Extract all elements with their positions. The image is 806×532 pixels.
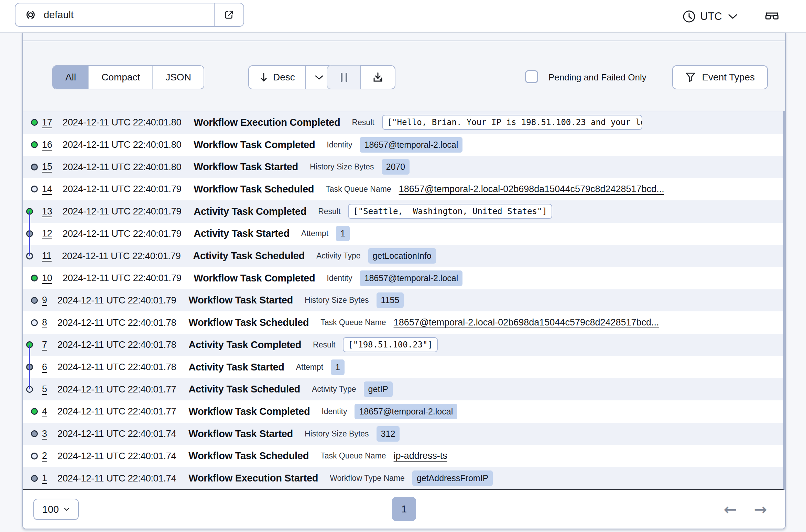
event-id-link[interactable]: 5 xyxy=(42,384,47,395)
event-id-link[interactable]: 9 xyxy=(42,295,47,306)
event-row[interactable]: 122024-12-11 UTC 22:40:01.79Activity Tas… xyxy=(23,223,783,245)
page-size-value: 100 xyxy=(42,504,59,515)
event-status-dot-green xyxy=(31,141,38,148)
playback-controls xyxy=(327,65,395,89)
event-detail-label: Result xyxy=(313,340,335,350)
page-1-button[interactable]: 1 xyxy=(392,497,416,521)
event-detail-label: Task Queue Name xyxy=(320,451,386,461)
event-id-link[interactable]: 15 xyxy=(42,162,52,172)
event-row[interactable]: 42024-12-11 UTC 22:40:01.77Workflow Task… xyxy=(23,400,783,423)
event-id-link[interactable]: 1 xyxy=(42,473,47,484)
event-detail-value-badge: 1155 xyxy=(377,292,404,308)
event-detail-value-code: ["Seattle, Washington, United States"] xyxy=(348,204,552,219)
event-row[interactable]: 152024-12-11 UTC 22:40:01.80Workflow Tas… xyxy=(23,156,783,178)
event-detail-label: Task Queue Name xyxy=(326,185,391,194)
event-detail-value-link[interactable]: 18657@temporal-2.local-02b698da15044c579… xyxy=(394,317,659,328)
event-detail-value-code: ["198.51.100.23"] xyxy=(343,337,438,352)
pause-button[interactable] xyxy=(327,65,361,89)
event-row[interactable]: 142024-12-11 UTC 22:40:01.79Workflow Tas… xyxy=(23,178,783,200)
download-icon xyxy=(372,71,384,84)
event-types-filter-button[interactable]: Event Types xyxy=(672,65,768,89)
event-id-link[interactable]: 3 xyxy=(42,429,47,439)
event-detail-value-badge: 312 xyxy=(377,426,400,442)
open-namespace-button[interactable] xyxy=(214,3,243,26)
pagination-footer: 100 1 ← → xyxy=(23,490,785,529)
namespace-combobox[interactable]: default xyxy=(15,3,244,27)
labs-mode-button[interactable] xyxy=(764,10,780,23)
event-detail-label: History Size Bytes xyxy=(305,296,369,305)
event-row[interactable]: 22024-12-11 UTC 22:40:01.74Workflow Task… xyxy=(23,445,783,467)
event-history-table: 172024-12-11 UTC 22:40:01.80Workflow Exe… xyxy=(23,111,785,490)
event-timestamp: 2024-12-11 UTC 22:40:01.74 xyxy=(57,451,176,462)
event-row[interactable]: 32024-12-11 UTC 22:40:01.74Workflow Task… xyxy=(23,423,783,445)
event-id-link[interactable]: 12 xyxy=(42,228,52,239)
event-detail-value-link[interactable]: ip-address-ts xyxy=(394,451,447,461)
timeline-activity-connector xyxy=(29,345,30,389)
event-detail-label: Identity xyxy=(327,274,352,283)
event-detail-value-badge: 1 xyxy=(331,359,345,375)
page-size-select[interactable]: 100 xyxy=(33,499,79,520)
event-id-link[interactable]: 4 xyxy=(42,406,47,417)
event-row[interactable]: 82024-12-11 UTC 22:40:01.78Workflow Task… xyxy=(23,311,783,334)
event-detail-label: Activity Type xyxy=(316,251,361,261)
download-history-button[interactable] xyxy=(360,65,395,89)
timezone-label[interactable]: UTC xyxy=(700,10,722,23)
event-history-toolbar: All Compact JSON Desc xyxy=(23,41,785,111)
tab-all[interactable]: All xyxy=(53,66,88,89)
event-row[interactable]: 162024-12-11 UTC 22:40:01.80Workflow Tas… xyxy=(23,134,783,156)
event-detail-value-badge: 18657@temporal-2.local xyxy=(355,404,457,419)
arrow-down-icon xyxy=(259,72,268,82)
timezone-cluster: UTC xyxy=(682,0,780,33)
event-timestamp: 2024-12-11 UTC 22:40:01.79 xyxy=(62,251,181,262)
event-row[interactable]: 52024-12-11 UTC 22:40:01.77Activity Task… xyxy=(23,378,783,400)
event-name: Activity Task Scheduled xyxy=(193,250,305,262)
previous-page-arrow[interactable]: ← xyxy=(723,501,737,517)
event-name: Activity Task Started xyxy=(194,228,289,239)
event-timestamp: 2024-12-11 UTC 22:40:01.79 xyxy=(63,273,181,284)
event-id-link[interactable]: 8 xyxy=(42,317,47,328)
next-page-arrow[interactable]: → xyxy=(754,501,767,517)
event-id-link[interactable]: 7 xyxy=(42,340,47,350)
event-detail-label: Identity xyxy=(322,407,347,416)
tab-compact[interactable]: Compact xyxy=(88,66,152,89)
event-row[interactable]: 12024-12-11 UTC 22:40:01.74Workflow Exec… xyxy=(23,467,783,489)
event-detail-label: Task Queue Name xyxy=(320,318,386,327)
event-id-link[interactable]: 13 xyxy=(42,206,52,217)
event-id-link[interactable]: 14 xyxy=(42,184,52,195)
event-status-dot-hollow xyxy=(31,453,38,459)
event-row[interactable]: 132024-12-11 UTC 22:40:01.79Activity Tas… xyxy=(23,200,783,223)
sort-desc-button[interactable]: Desc xyxy=(249,66,305,89)
pending-failed-checkbox[interactable] xyxy=(525,70,538,83)
event-status-dot-hollow xyxy=(31,319,38,326)
sort-label: Desc xyxy=(273,72,295,83)
event-status-dot-green xyxy=(31,275,38,281)
event-row[interactable]: 72024-12-11 UTC 22:40:01.78Activity Task… xyxy=(23,334,783,356)
timeline-activity-connector xyxy=(29,211,30,256)
view-toggle-group: All Compact JSON xyxy=(52,65,204,89)
event-row[interactable]: 62024-12-11 UTC 22:40:01.78Activity Task… xyxy=(23,356,783,378)
event-name: Activity Task Scheduled xyxy=(188,384,300,395)
glasses-icon xyxy=(764,10,780,23)
event-row[interactable]: 172024-12-11 UTC 22:40:01.80Workflow Exe… xyxy=(23,111,783,134)
event-id-link[interactable]: 11 xyxy=(42,251,52,261)
tab-json[interactable]: JSON xyxy=(152,66,204,89)
event-detail-label: History Size Bytes xyxy=(310,162,374,171)
event-id-link[interactable]: 6 xyxy=(42,362,47,373)
event-id-link[interactable]: 10 xyxy=(42,273,52,284)
event-detail-value-badge: 2070 xyxy=(382,159,410,175)
event-row[interactable]: 112024-12-11 UTC 22:40:01.79Activity Tas… xyxy=(23,245,783,267)
event-name: Workflow Task Scheduled xyxy=(188,317,309,328)
event-timestamp: 2024-12-11 UTC 22:40:01.79 xyxy=(57,295,176,306)
pending-failed-label[interactable]: Pending and Failed Only xyxy=(548,65,646,89)
event-id-link[interactable]: 17 xyxy=(42,117,52,128)
event-row[interactable]: 102024-12-11 UTC 22:40:01.79Workflow Tas… xyxy=(23,267,783,289)
chevron-down-icon[interactable] xyxy=(728,13,738,20)
event-detail-value-badge: 1 xyxy=(336,226,350,241)
event-id-link[interactable]: 2 xyxy=(42,451,47,461)
event-detail-value-link[interactable]: 18657@temporal-2.local-02b698da15044c579… xyxy=(399,184,664,195)
event-id-link[interactable]: 16 xyxy=(42,140,52,150)
event-row[interactable]: 92024-12-11 UTC 22:40:01.79Workflow Task… xyxy=(23,289,783,312)
event-name: Workflow Execution Started xyxy=(188,473,318,484)
event-detail-label: Attempt xyxy=(296,363,323,372)
event-detail-value-badge: 18657@temporal-2.local xyxy=(360,137,462,153)
